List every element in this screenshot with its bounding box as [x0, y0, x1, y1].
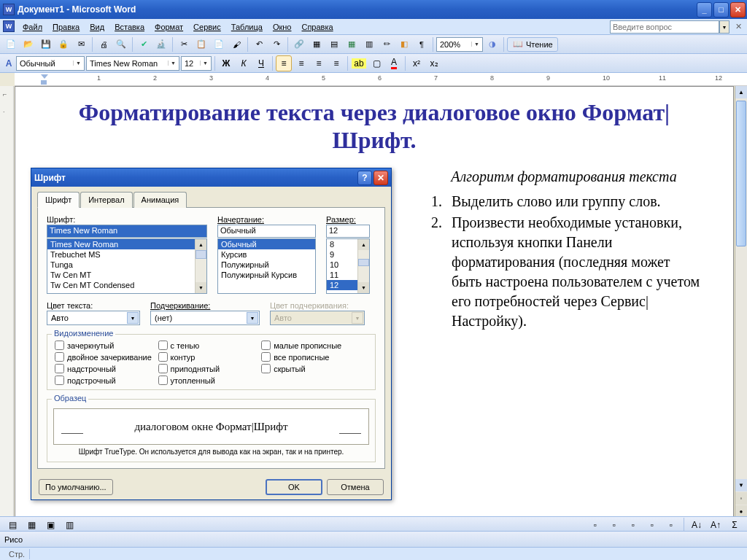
- menu-edit[interactable]: Правка: [47, 19, 85, 34]
- permissions-icon[interactable]: 🔒: [55, 36, 71, 52]
- minimize-button[interactable]: _: [697, 2, 712, 18]
- copy-icon[interactable]: 📋: [193, 36, 209, 52]
- check-smallcaps[interactable]: малые прописные: [261, 341, 365, 350]
- format-painter-icon[interactable]: 🖌: [228, 36, 244, 52]
- cut-icon[interactable]: ✂: [176, 36, 192, 52]
- styles-pane-icon[interactable]: A: [3, 55, 15, 71]
- tables-borders-icon[interactable]: ▦: [309, 36, 325, 52]
- scroll-thumb[interactable]: [736, 101, 746, 246]
- tab-animation[interactable]: Анимация: [133, 192, 187, 208]
- close-button[interactable]: ✕: [730, 2, 746, 18]
- borders-icon[interactable]: ▢: [368, 55, 384, 71]
- font-color-icon[interactable]: A: [386, 55, 402, 71]
- list-item[interactable]: Tunga: [47, 260, 206, 270]
- highlight-icon[interactable]: ab: [351, 55, 367, 71]
- help-icon[interactable]: ◑: [484, 36, 500, 52]
- underline-dropdown[interactable]: (нет) ▼: [150, 311, 260, 325]
- font-listbox[interactable]: Times New Roman Trebuchet MS Tunga Tw Ce…: [47, 238, 207, 294]
- research-icon[interactable]: 🔬: [153, 36, 169, 52]
- bold-icon[interactable]: Ж: [218, 55, 234, 71]
- check-double-strike[interactable]: двойное зачеркивание: [55, 352, 158, 362]
- style-listbox[interactable]: Обычный Курсив Полужирный Полужирный Кур…: [217, 238, 316, 294]
- dialog-help-button[interactable]: ?: [357, 171, 372, 185]
- menu-view[interactable]: Вид: [85, 19, 109, 34]
- check-allcaps[interactable]: все прописные: [261, 352, 365, 362]
- list-item[interactable]: Курсив: [218, 249, 315, 260]
- browse-prev-icon[interactable]: ◦: [735, 492, 747, 505]
- menu-help[interactable]: Справка: [296, 19, 338, 34]
- list-item[interactable]: Tw Cen MT: [47, 270, 206, 280]
- check-hidden[interactable]: скрытый: [261, 364, 365, 373]
- system-menu-icon[interactable]: W: [3, 20, 15, 32]
- list-item[interactable]: Tw Cen MT Condensed: [47, 280, 206, 290]
- horizontal-ruler[interactable]: 123456789101112: [15, 73, 747, 86]
- menu-window[interactable]: Окно: [268, 19, 297, 34]
- show-marks-icon[interactable]: ¶: [414, 36, 430, 52]
- print-icon[interactable]: 🖨: [96, 36, 112, 52]
- check-superscript[interactable]: надстрочный: [55, 364, 158, 373]
- drawing-icon[interactable]: ✏: [379, 36, 395, 52]
- save-icon[interactable]: 💾: [38, 36, 54, 52]
- menu-table[interactable]: Таблица: [226, 19, 268, 34]
- menu-tools[interactable]: Сервис: [188, 19, 226, 34]
- subscript-icon[interactable]: x₂: [426, 55, 442, 71]
- list-item[interactable]: Полужирный: [218, 260, 315, 270]
- doc-map-icon[interactable]: ◧: [396, 36, 412, 52]
- mail-icon[interactable]: ✉: [73, 36, 89, 52]
- maximize-button[interactable]: □: [713, 2, 729, 18]
- undo-icon[interactable]: ↶: [251, 36, 267, 52]
- list-item[interactable]: Trebuchet MS: [47, 249, 206, 260]
- underline-icon[interactable]: Ч: [253, 55, 269, 71]
- excel-icon[interactable]: ▦: [344, 36, 360, 52]
- list-item[interactable]: Полужирный Курсив: [218, 270, 315, 280]
- hyperlink-icon[interactable]: 🔗: [291, 36, 307, 52]
- columns-icon[interactable]: ▥: [361, 36, 377, 52]
- spellcheck-icon[interactable]: ✔: [136, 36, 152, 52]
- dialog-titlebar[interactable]: Шрифт ? ✕: [31, 168, 391, 187]
- check-emboss[interactable]: приподнятый: [158, 364, 262, 373]
- cancel-button[interactable]: Отмена: [327, 479, 384, 495]
- doc-close-button[interactable]: ✕: [732, 19, 744, 34]
- align-left-icon[interactable]: ≡: [276, 55, 292, 71]
- tab-font[interactable]: Шрифт: [37, 192, 80, 208]
- help-search-input[interactable]: [610, 20, 719, 34]
- check-outline[interactable]: контур: [158, 352, 262, 362]
- ok-button[interactable]: OK: [266, 479, 322, 495]
- menu-insert[interactable]: Вставка: [109, 19, 150, 34]
- list-item[interactable]: Times New Roman: [47, 239, 206, 249]
- help-search-dropdown[interactable]: ▼: [719, 20, 729, 34]
- style-combo[interactable]: Обычный ▼: [16, 56, 85, 71]
- insert-table-icon[interactable]: ▤: [326, 36, 342, 52]
- dialog-close-button[interactable]: ✕: [374, 171, 388, 185]
- align-justify-icon[interactable]: ≡: [328, 55, 344, 71]
- paste-icon[interactable]: 📄: [211, 36, 227, 52]
- color-dropdown[interactable]: Авто ▼: [47, 311, 140, 325]
- font-combo[interactable]: Times New Roman ▼: [86, 56, 179, 71]
- size-listbox[interactable]: 8 9 10 11 12 ▲▼: [326, 238, 370, 294]
- size-input[interactable]: 12: [326, 225, 370, 238]
- scroll-down-icon[interactable]: ▼: [735, 479, 747, 491]
- print-preview-icon[interactable]: 🔍: [113, 36, 129, 52]
- zoom-combo[interactable]: 200% ▼: [436, 37, 483, 52]
- check-subscript[interactable]: подстрочный: [55, 376, 158, 385]
- align-center-icon[interactable]: ≡: [293, 55, 309, 71]
- open-icon[interactable]: 📂: [20, 36, 36, 52]
- font-input[interactable]: Times New Roman: [47, 225, 207, 238]
- menu-file[interactable]: Файл: [18, 19, 47, 34]
- tab-spacing[interactable]: Интервал: [80, 192, 132, 208]
- italic-icon[interactable]: К: [236, 55, 252, 71]
- superscript-icon[interactable]: x²: [409, 55, 425, 71]
- default-button[interactable]: По умолчанию...: [39, 479, 113, 495]
- vertical-scrollbar[interactable]: ▲ ▼ ◦ ● ◦: [735, 86, 747, 531]
- scroll-up-icon[interactable]: ▲: [735, 86, 747, 98]
- check-shadow[interactable]: с тенью: [158, 341, 262, 350]
- list-item[interactable]: Обычный: [218, 239, 315, 249]
- reading-mode-button[interactable]: 📖 Чтение: [507, 37, 558, 52]
- style-input[interactable]: Обычный: [217, 225, 316, 238]
- check-strike[interactable]: зачеркнутый: [55, 341, 158, 350]
- redo-icon[interactable]: ↷: [268, 36, 285, 52]
- new-doc-icon[interactable]: 📄: [3, 36, 19, 52]
- size-combo[interactable]: 12 ▼: [181, 56, 212, 71]
- check-engrave[interactable]: утопленный: [158, 376, 262, 385]
- align-right-icon[interactable]: ≡: [311, 55, 327, 71]
